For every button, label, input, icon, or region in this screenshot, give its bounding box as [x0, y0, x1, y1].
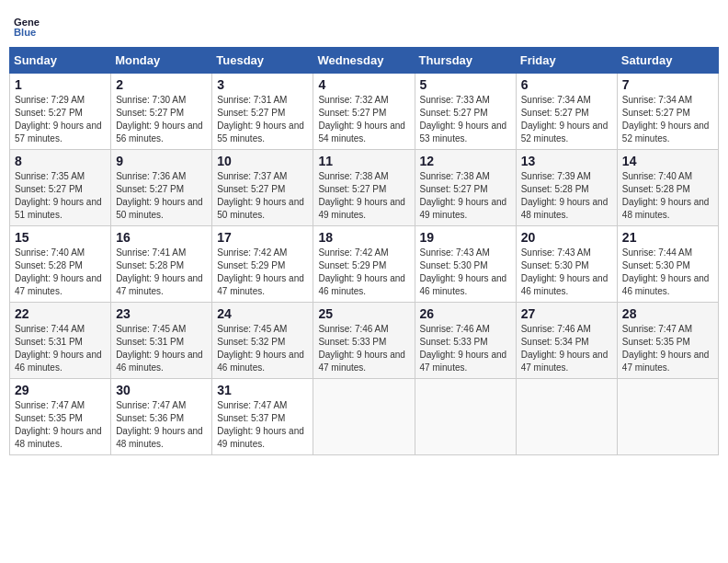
daylight-label: Daylight: 9 hours and 46 minutes.	[318, 273, 405, 296]
day-info: Sunrise: 7:40 AM Sunset: 5:28 PM Dayligh…	[15, 247, 106, 298]
calendar-week-row: 22 Sunrise: 7:44 AM Sunset: 5:31 PM Dayl…	[10, 303, 719, 379]
calendar-cell: 25 Sunrise: 7:46 AM Sunset: 5:33 PM Dayl…	[313, 303, 415, 379]
calendar-cell: 15 Sunrise: 7:40 AM Sunset: 5:28 PM Dayl…	[10, 226, 111, 303]
sunset-label: Sunset: 5:33 PM	[318, 337, 386, 347]
daylight-label: Daylight: 9 hours and 48 minutes.	[116, 426, 203, 449]
day-number: 15	[15, 230, 106, 245]
sunset-label: Sunset: 5:35 PM	[622, 337, 690, 347]
daylight-label: Daylight: 9 hours and 54 minutes.	[318, 121, 405, 144]
daylight-label: Daylight: 9 hours and 50 minutes.	[217, 197, 304, 220]
sunset-label: Sunset: 5:27 PM	[521, 108, 589, 118]
sunset-label: Sunset: 5:30 PM	[420, 260, 488, 270]
day-number: 4	[318, 77, 409, 92]
daylight-label: Daylight: 9 hours and 47 minutes.	[318, 350, 405, 373]
calendar-week-row: 1 Sunrise: 7:29 AM Sunset: 5:27 PM Dayli…	[10, 74, 719, 150]
day-info: Sunrise: 7:38 AM Sunset: 5:27 PM Dayligh…	[420, 170, 511, 222]
sunrise-label: Sunrise: 7:46 AM	[318, 324, 388, 334]
sunset-label: Sunset: 5:28 PM	[15, 260, 83, 270]
day-number: 16	[116, 230, 207, 245]
sunrise-label: Sunrise: 7:45 AM	[116, 324, 186, 334]
logo: General Blue	[14, 14, 40, 40]
day-info: Sunrise: 7:42 AM Sunset: 5:29 PM Dayligh…	[217, 247, 308, 298]
calendar-cell	[313, 379, 415, 455]
svg-text:Blue: Blue	[14, 27, 36, 38]
day-number: 26	[420, 306, 511, 321]
sunset-label: Sunset: 5:30 PM	[521, 260, 589, 270]
sunrise-label: Sunrise: 7:41 AM	[116, 247, 186, 258]
weekday-header-wednesday: Wednesday	[313, 48, 415, 74]
sunrise-label: Sunrise: 7:47 AM	[217, 400, 287, 410]
day-info: Sunrise: 7:41 AM Sunset: 5:28 PM Dayligh…	[116, 247, 207, 298]
day-info: Sunrise: 7:34 AM Sunset: 5:27 PM Dayligh…	[622, 94, 713, 145]
sunrise-label: Sunrise: 7:31 AM	[217, 95, 287, 105]
sunset-label: Sunset: 5:27 PM	[116, 108, 184, 118]
sunset-label: Sunset: 5:31 PM	[15, 337, 83, 347]
sunset-label: Sunset: 5:28 PM	[116, 260, 184, 270]
calendar-body: 1 Sunrise: 7:29 AM Sunset: 5:27 PM Dayli…	[10, 74, 719, 455]
calendar-week-row: 29 Sunrise: 7:47 AM Sunset: 5:35 PM Dayl…	[10, 379, 719, 455]
day-info: Sunrise: 7:43 AM Sunset: 5:30 PM Dayligh…	[521, 247, 612, 298]
calendar-cell: 24 Sunrise: 7:45 AM Sunset: 5:32 PM Dayl…	[212, 303, 313, 379]
sunset-label: Sunset: 5:27 PM	[318, 184, 386, 194]
day-info: Sunrise: 7:47 AM Sunset: 5:36 PM Dayligh…	[116, 399, 207, 451]
weekday-header-thursday: Thursday	[415, 48, 516, 74]
calendar-cell: 29 Sunrise: 7:47 AM Sunset: 5:35 PM Dayl…	[10, 379, 111, 455]
sunrise-label: Sunrise: 7:42 AM	[217, 247, 287, 258]
daylight-label: Daylight: 9 hours and 47 minutes.	[420, 350, 507, 373]
sunset-label: Sunset: 5:33 PM	[420, 337, 488, 347]
sunset-label: Sunset: 5:30 PM	[622, 260, 690, 270]
calendar-cell: 28 Sunrise: 7:47 AM Sunset: 5:35 PM Dayl…	[617, 303, 718, 379]
daylight-label: Daylight: 9 hours and 48 minutes.	[622, 197, 710, 220]
sunrise-label: Sunrise: 7:34 AM	[521, 95, 591, 105]
sunset-label: Sunset: 5:27 PM	[217, 108, 285, 118]
calendar-cell	[415, 379, 516, 455]
sunrise-label: Sunrise: 7:40 AM	[15, 247, 85, 258]
day-number: 25	[318, 306, 409, 321]
sunset-label: Sunset: 5:27 PM	[116, 184, 184, 194]
day-info: Sunrise: 7:46 AM Sunset: 5:33 PM Dayligh…	[318, 323, 409, 374]
svg-text:General: General	[14, 17, 40, 28]
sunrise-label: Sunrise: 7:34 AM	[622, 95, 692, 105]
day-number: 31	[217, 383, 308, 397]
sunrise-label: Sunrise: 7:44 AM	[15, 324, 85, 334]
day-number: 5	[420, 77, 511, 92]
day-number: 12	[420, 154, 511, 168]
day-number: 21	[622, 230, 713, 245]
sunset-label: Sunset: 5:32 PM	[217, 337, 285, 347]
sunrise-label: Sunrise: 7:43 AM	[420, 247, 490, 258]
daylight-label: Daylight: 9 hours and 46 minutes.	[217, 350, 304, 373]
sunset-label: Sunset: 5:29 PM	[217, 260, 285, 270]
day-number: 11	[318, 154, 409, 168]
calendar-cell	[617, 379, 718, 455]
daylight-label: Daylight: 9 hours and 55 minutes.	[217, 121, 304, 144]
daylight-label: Daylight: 9 hours and 47 minutes.	[116, 273, 203, 296]
day-info: Sunrise: 7:47 AM Sunset: 5:37 PM Dayligh…	[217, 399, 308, 451]
day-info: Sunrise: 7:42 AM Sunset: 5:29 PM Dayligh…	[318, 247, 409, 298]
daylight-label: Daylight: 9 hours and 47 minutes.	[15, 273, 102, 296]
daylight-label: Daylight: 9 hours and 52 minutes.	[622, 121, 710, 144]
daylight-label: Daylight: 9 hours and 47 minutes.	[217, 273, 304, 296]
sunrise-label: Sunrise: 7:39 AM	[521, 171, 591, 181]
day-info: Sunrise: 7:31 AM Sunset: 5:27 PM Dayligh…	[217, 94, 308, 145]
day-info: Sunrise: 7:46 AM Sunset: 5:33 PM Dayligh…	[420, 323, 511, 374]
sunrise-label: Sunrise: 7:47 AM	[116, 400, 186, 410]
daylight-label: Daylight: 9 hours and 51 minutes.	[15, 197, 102, 220]
daylight-label: Daylight: 9 hours and 48 minutes.	[15, 426, 102, 449]
logo-icon: General Blue	[14, 14, 40, 40]
calendar-cell: 3 Sunrise: 7:31 AM Sunset: 5:27 PM Dayli…	[212, 74, 313, 150]
sunrise-label: Sunrise: 7:40 AM	[622, 171, 692, 181]
day-info: Sunrise: 7:33 AM Sunset: 5:27 PM Dayligh…	[420, 94, 511, 145]
calendar-cell: 11 Sunrise: 7:38 AM Sunset: 5:27 PM Dayl…	[313, 150, 415, 226]
day-info: Sunrise: 7:38 AM Sunset: 5:27 PM Dayligh…	[318, 170, 409, 222]
day-info: Sunrise: 7:47 AM Sunset: 5:35 PM Dayligh…	[622, 323, 713, 374]
calendar-cell: 22 Sunrise: 7:44 AM Sunset: 5:31 PM Dayl…	[10, 303, 111, 379]
day-number: 17	[217, 230, 308, 245]
calendar-cell	[516, 379, 617, 455]
sunrise-label: Sunrise: 7:47 AM	[622, 324, 692, 334]
sunrise-label: Sunrise: 7:38 AM	[318, 171, 388, 181]
calendar-cell: 9 Sunrise: 7:36 AM Sunset: 5:27 PM Dayli…	[111, 150, 212, 226]
day-info: Sunrise: 7:44 AM Sunset: 5:30 PM Dayligh…	[622, 247, 713, 298]
day-number: 2	[116, 77, 207, 92]
day-number: 29	[15, 383, 106, 397]
day-number: 1	[15, 77, 106, 92]
